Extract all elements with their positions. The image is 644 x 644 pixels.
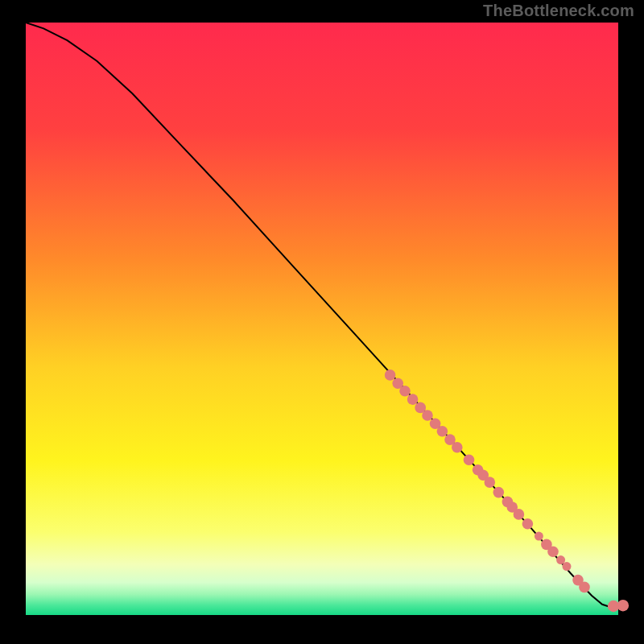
data-point xyxy=(437,426,448,437)
data-point xyxy=(464,454,475,465)
data-point xyxy=(452,442,463,453)
chart-canvas xyxy=(0,0,644,644)
chart-stage: TheBottleneck.com xyxy=(0,0,644,644)
data-point xyxy=(399,386,411,397)
data-point xyxy=(407,394,419,405)
data-point xyxy=(485,477,496,488)
data-point xyxy=(385,369,396,381)
data-point xyxy=(579,582,590,593)
data-point xyxy=(535,532,543,541)
data-point xyxy=(617,600,629,611)
data-point xyxy=(514,509,525,520)
data-point xyxy=(493,487,505,498)
data-point xyxy=(422,410,433,421)
data-point xyxy=(547,546,559,557)
data-point xyxy=(563,562,572,571)
data-point xyxy=(522,518,534,530)
